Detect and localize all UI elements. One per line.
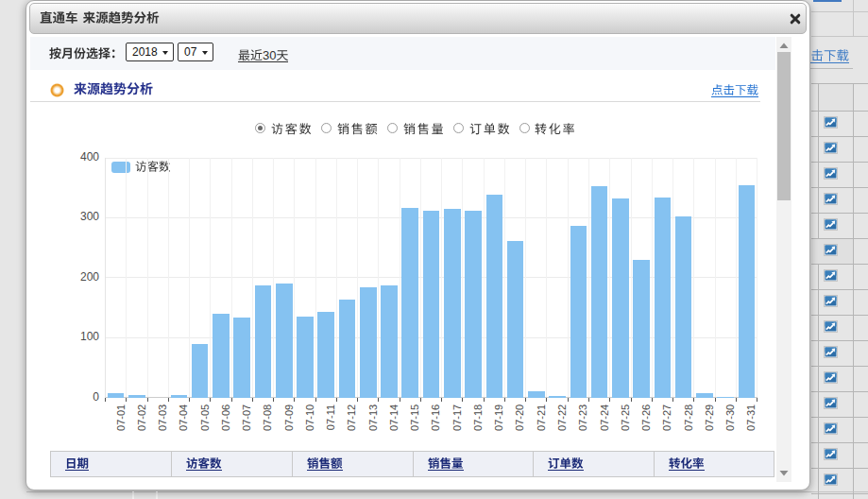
svg-text:07-21: 07-21 xyxy=(536,404,547,431)
svg-text:07-18: 07-18 xyxy=(472,404,484,431)
svg-text:07-17: 07-17 xyxy=(451,404,463,431)
svg-text:07-16: 07-16 xyxy=(430,404,441,431)
svg-text:07-12: 07-12 xyxy=(346,404,357,431)
svg-text:400: 400 xyxy=(80,150,99,163)
svg-text:07-01: 07-01 xyxy=(115,404,127,431)
svg-text:07-24: 07-24 xyxy=(599,404,610,431)
svg-text:07-14: 07-14 xyxy=(388,404,400,431)
svg-text:07-08: 07-08 xyxy=(262,404,273,431)
svg-text:100: 100 xyxy=(80,330,99,343)
svg-text:07-19: 07-19 xyxy=(493,404,504,431)
svg-text:200: 200 xyxy=(80,270,99,284)
svg-text:07-31: 07-31 xyxy=(745,404,757,431)
svg-text:07-05: 07-05 xyxy=(199,404,211,431)
svg-text:07-04: 07-04 xyxy=(178,404,189,431)
svg-text:07-15: 07-15 xyxy=(409,404,420,431)
svg-text:07-23: 07-23 xyxy=(577,404,588,431)
svg-text:07-29: 07-29 xyxy=(704,404,715,431)
svg-text:07-03: 07-03 xyxy=(157,404,168,431)
svg-text:07-20: 07-20 xyxy=(515,404,526,431)
svg-text:300: 300 xyxy=(80,210,99,223)
svg-text:07-26: 07-26 xyxy=(640,404,652,431)
svg-text:07-09: 07-09 xyxy=(283,404,295,431)
svg-text:0: 0 xyxy=(93,390,99,404)
svg-text:07-22: 07-22 xyxy=(556,404,568,431)
svg-text:07-27: 07-27 xyxy=(661,404,672,431)
svg-text:07-13: 07-13 xyxy=(367,404,379,431)
svg-text:07-11: 07-11 xyxy=(325,404,336,430)
svg-text:07-06: 07-06 xyxy=(220,404,231,431)
svg-text:07-30: 07-30 xyxy=(724,404,736,431)
svg-text:07-07: 07-07 xyxy=(241,404,252,431)
svg-text:07-28: 07-28 xyxy=(683,404,694,431)
svg-text:07-10: 07-10 xyxy=(304,404,315,431)
svg-text:07-25: 07-25 xyxy=(620,404,631,431)
svg-text:07-02: 07-02 xyxy=(136,404,147,431)
